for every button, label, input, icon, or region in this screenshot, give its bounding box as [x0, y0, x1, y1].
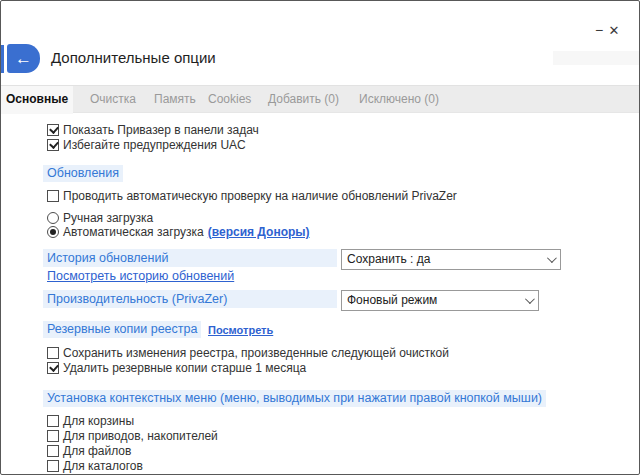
radio-auto-download[interactable]: Автоматическая загрузка (версия Доноры) [47, 224, 310, 239]
tab-cookies[interactable]: Cookies [208, 86, 251, 114]
checkbox-box [47, 362, 59, 374]
page-title: Дополнительные опции [51, 49, 216, 66]
tab-general[interactable]: Основные [1, 86, 73, 114]
checkbox-context-drives[interactable]: Для приводов, накопителей [47, 428, 218, 443]
donor-version-link[interactable]: (версия Доноры) [208, 225, 310, 239]
tab-bar: Основные Очистка Память Cookies Добавить… [1, 85, 639, 113]
updates-heading: Обновления [43, 165, 123, 182]
checkbox-box [47, 415, 59, 427]
checkbox-avoid-uac[interactable]: Избегайте предупреждения UAC [47, 137, 246, 152]
checkbox-show-in-taskbar[interactable]: Показать Привазер в панели задач [47, 122, 259, 137]
history-select-value: Сохранить : да [347, 252, 430, 266]
back-button-edge [1, 45, 4, 73]
tab-cleanup[interactable]: Очистка [90, 86, 136, 114]
checkbox-label: Для каталогов [63, 459, 143, 473]
radio-label: Ручная загрузка [63, 211, 153, 225]
options-window: − ✕ ← Дополнительные опции Основные Очис… [0, 0, 640, 475]
radio-label: Автоматическая загрузка [63, 225, 204, 239]
radio-circle [47, 212, 59, 224]
checkbox-context-folders[interactable]: Для каталогов [47, 458, 143, 473]
tab-add[interactable]: Добавить (0) [268, 86, 339, 114]
context-menu-heading: Установка контекстных меню (меню, выводи… [43, 390, 546, 407]
checkbox-box [47, 139, 59, 151]
chevron-down-icon [543, 252, 558, 267]
chevron-down-icon [521, 293, 536, 308]
performance-select[interactable]: Фоновый режим [341, 290, 539, 311]
checkbox-label: Для приводов, накопителей [63, 429, 218, 443]
performance-label: Производительность (PrivaZer) [43, 290, 337, 308]
checkbox-label: Для корзины [63, 414, 134, 428]
checkbox-box [47, 190, 59, 202]
performance-select-value: Фоновый режим [347, 293, 437, 307]
faint-panel [553, 51, 639, 65]
registry-backups-heading: Резервные копии реестра [43, 321, 201, 338]
view-registry-backups-link[interactable]: Посмотреть [208, 324, 273, 336]
history-select[interactable]: Сохранить : да [341, 249, 561, 270]
back-arrow-icon: ← [15, 49, 32, 69]
checkbox-label: Проводить автоматическую проверку на нал… [63, 189, 457, 203]
tab-memory[interactable]: Память [154, 86, 196, 114]
checkbox-context-files[interactable]: Для файлов [47, 443, 131, 458]
back-button[interactable]: ← [7, 44, 40, 73]
checkbox-box [47, 347, 59, 359]
checkbox-context-recycle-bin[interactable]: Для корзины [47, 413, 134, 428]
close-button[interactable]: ✕ [602, 19, 626, 41]
tab-excluded[interactable]: Исключено (0) [359, 86, 439, 114]
checkbox-auto-update-check[interactable]: Проводить автоматическую проверку на нал… [47, 188, 457, 203]
checkbox-box [47, 445, 59, 457]
checkbox-box [47, 124, 59, 136]
checkbox-label: Избегайте предупреждения UAC [63, 138, 246, 152]
radio-circle [47, 226, 59, 238]
checkbox-label: Показать Привазер в панели задач [63, 123, 259, 137]
checkbox-box [47, 430, 59, 442]
checkbox-label: Сохранить изменения реестра, произведенн… [63, 346, 449, 360]
checkbox-label: Удалить резервные копии старше 1 месяца [63, 361, 306, 375]
update-history-label: История обновлений [43, 249, 337, 267]
checkbox-label: Для файлов [63, 444, 131, 458]
radio-manual-download[interactable]: Ручная загрузка [47, 210, 153, 225]
checkbox-box [47, 460, 59, 472]
checkbox-keep-registry-changes[interactable]: Сохранить изменения реестра, произведенн… [47, 345, 449, 360]
checkbox-delete-old-backups[interactable]: Удалить резервные копии старше 1 месяца [47, 360, 306, 375]
view-update-history-link[interactable]: Посмотреть историю обновений [47, 269, 234, 283]
